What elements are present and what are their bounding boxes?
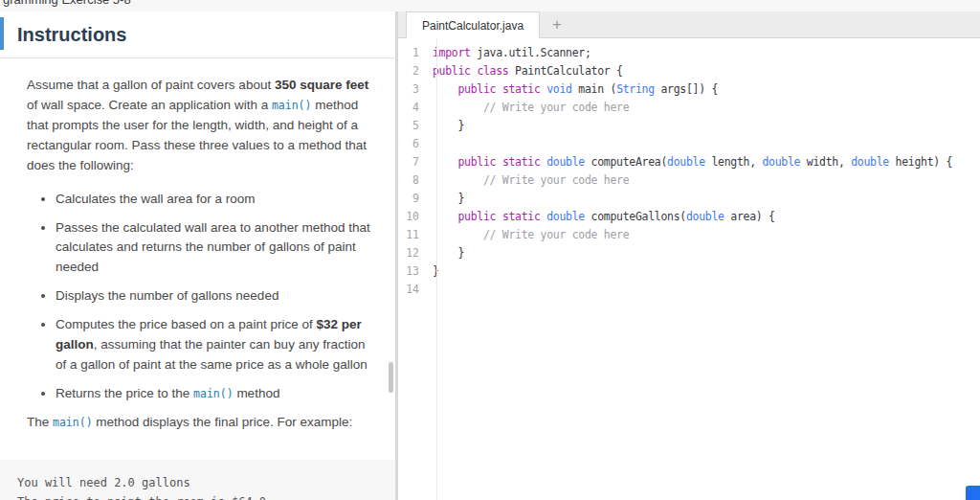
tab-paintcalculator-java[interactable]: PaintCalculator.java: [406, 11, 540, 38]
example-output-line: The price to paint the room is $64.0: [17, 492, 378, 500]
code-line-text: public static void main (String args[]) …: [428, 80, 718, 99]
code-line-text: // Write your code here: [428, 171, 629, 190]
editor-tab-bar: PaintCalculator.java +: [398, 11, 980, 38]
editor-panel: PaintCalculator.java + 1import java.util…: [398, 11, 980, 500]
instructions-title: Instructions: [17, 24, 380, 46]
code-line[interactable]: 14: [398, 281, 980, 299]
code-line[interactable]: 2public class PaintCalculator {: [398, 62, 980, 80]
code-line[interactable]: 9 }: [398, 190, 980, 208]
code-line-text: // Write your code here: [428, 226, 629, 244]
line-number: 5: [398, 117, 428, 135]
new-tab-button[interactable]: +: [540, 11, 574, 37]
line-number: 9: [398, 190, 428, 208]
instruction-bullet: Computes the price based on a paint pric…: [56, 315, 370, 375]
line-number: 7: [398, 153, 428, 171]
code-line-text: public class PaintCalculator {: [428, 62, 623, 80]
main-split: Instructions Assume that a gallon of pai…: [0, 11, 980, 500]
line-number: 12: [398, 244, 428, 262]
exercise-page: gramming Exercise 5-8 Instructions Assum…: [0, 0, 980, 500]
line-number: 4: [398, 99, 428, 117]
code-line-text: [428, 135, 433, 153]
example-output-block: You will need 2.0 gallons The price to p…: [0, 460, 395, 500]
instruction-bullet: Displays the number of gallons needed: [56, 286, 370, 307]
code-line-text: }: [428, 244, 464, 262]
code-line[interactable]: 1import java.util.Scanner;: [398, 44, 980, 62]
code-line[interactable]: 11 // Write your code here: [398, 226, 980, 244]
example-output-line: You will need 2.0 gallons: [17, 473, 378, 492]
line-number: 3: [398, 80, 428, 99]
code-line-text: }: [428, 117, 464, 135]
line-number: 6: [398, 135, 428, 153]
exercise-title-clipped: gramming Exercise 5-8: [3, 0, 131, 7]
code-line[interactable]: 7 public static double computeArea(doubl…: [398, 153, 980, 171]
code-editor[interactable]: 1import java.util.Scanner;2public class …: [398, 38, 980, 500]
instruction-bullet: Returns the price to the main() method: [56, 384, 370, 404]
code-line[interactable]: 10 public static double computeGallons(d…: [398, 208, 980, 226]
code-line-text: public static double computeGallons(doub…: [428, 208, 775, 226]
code-line-text: }: [428, 190, 464, 208]
code-line[interactable]: 5 }: [398, 117, 980, 135]
code-line-text: // Write your code here: [428, 99, 629, 117]
line-number: 2: [398, 62, 428, 80]
header-accent-bar: [0, 17, 4, 50]
code-line[interactable]: 4 // Write your code here: [398, 99, 980, 117]
code-line-text: public static double computeArea(double …: [428, 153, 952, 171]
code-line[interactable]: 12 }: [398, 244, 980, 262]
line-number: 8: [398, 171, 428, 190]
code-line-text: [428, 281, 433, 299]
code-line[interactable]: 8 // Write your code here: [398, 171, 980, 190]
line-number: 14: [398, 281, 428, 299]
top-breadcrumb-strip: gramming Exercise 5-8: [0, 0, 980, 11]
instructions-closing: The main() method displays the final pri…: [27, 413, 370, 433]
line-number: 10: [398, 208, 428, 226]
instructions-bullet-list: Calculates the wall area for a roomPasse…: [29, 190, 370, 404]
code-line[interactable]: 3 public static void main (String args[]…: [398, 80, 980, 99]
instructions-header: Instructions: [0, 11, 395, 58]
instructions-intro: Assume that a gallon of paint covers abo…: [27, 76, 370, 176]
line-number: 13: [398, 262, 428, 281]
line-number: 11: [398, 226, 428, 244]
code-line-text: import java.util.Scanner;: [428, 44, 591, 62]
instruction-bullet: Calculates the wall area for a room: [56, 190, 370, 210]
instruction-bullet: Passes the calculated wall area to anoth…: [56, 218, 370, 279]
corner-widget-button[interactable]: [966, 486, 980, 500]
instructions-panel: Instructions Assume that a gallon of pai…: [0, 11, 395, 500]
code-line[interactable]: 13}: [398, 262, 980, 281]
instructions-body: Assume that a gallon of paint covers abo…: [0, 58, 395, 433]
code-line[interactable]: 6: [398, 135, 980, 153]
line-number: 1: [398, 44, 428, 62]
instructions-scrollbar[interactable]: [389, 362, 393, 393]
gutter-divider: [436, 38, 437, 500]
